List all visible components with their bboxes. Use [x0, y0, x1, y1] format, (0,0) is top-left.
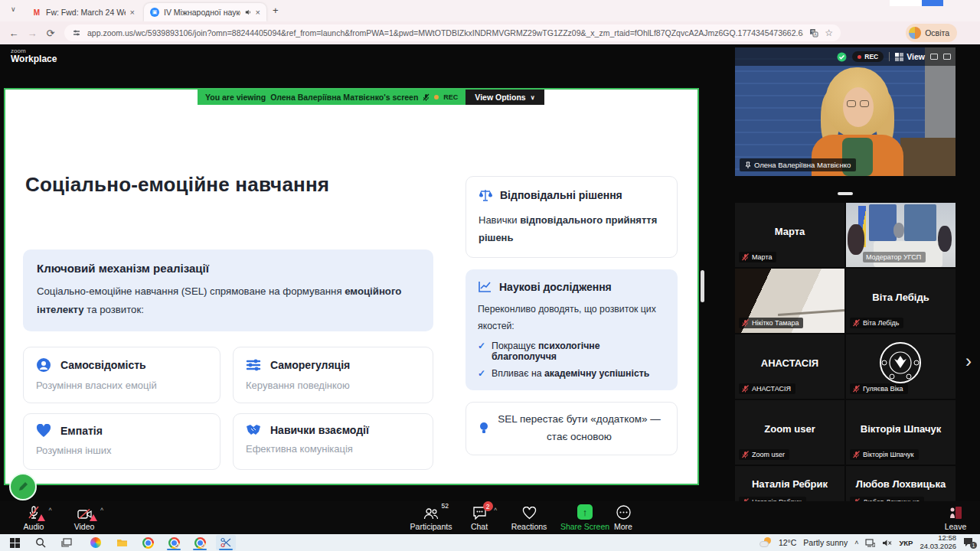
participants-count: 52: [442, 502, 449, 510]
start-button[interactable]: [5, 535, 24, 550]
gmail-icon: M: [32, 8, 41, 17]
chrome-icon: [194, 537, 206, 549]
view-button[interactable]: View: [895, 52, 925, 61]
bookmark-star-icon[interactable]: ☆: [825, 28, 833, 38]
network-icon[interactable]: [865, 539, 875, 547]
chat-badge: 2: [483, 501, 493, 511]
forward-icon[interactable]: →: [23, 28, 41, 39]
reactions-button[interactable]: Reactions: [507, 504, 551, 531]
security-shield-icon[interactable]: [837, 52, 847, 62]
check-icon: ✓: [478, 341, 485, 351]
profile-avatar: [173, 542, 179, 548]
copilot-button[interactable]: [86, 535, 106, 550]
more-icon: [616, 505, 631, 520]
participant-tile[interactable]: Гуляєва Віка: [846, 334, 956, 399]
video-options-chevron[interactable]: ˄: [100, 506, 104, 513]
tab-search-icon[interactable]: ∨: [11, 5, 16, 13]
zoom-tab-icon: ▣: [150, 8, 159, 17]
site-settings-icon[interactable]: [72, 28, 81, 37]
card-empathy: Емпатія Розуміння інших: [23, 413, 220, 470]
participant-tile[interactable]: Марта Марта: [735, 203, 844, 267]
participant-label: Модератор УГСП: [863, 252, 926, 262]
participant-label: Вікторія Шпачук: [850, 449, 919, 460]
video-warning-icon: [90, 514, 97, 521]
annotate-button[interactable]: [9, 473, 37, 500]
profile-chip[interactable]: Освіта: [906, 24, 957, 42]
close-tab-icon[interactable]: ×: [256, 8, 260, 17]
snipping-tool-button[interactable]: [216, 535, 236, 550]
chrome-window-1[interactable]: [164, 535, 184, 550]
video-button[interactable]: ˄ Video: [63, 504, 106, 531]
more-button[interactable]: More: [606, 504, 640, 531]
speaker-face: [843, 87, 874, 127]
notifications-button[interactable]: 1: [963, 537, 975, 548]
pencil-icon: [17, 481, 29, 493]
chrome-window-2[interactable]: [190, 535, 210, 550]
lightbulb-icon: [479, 422, 489, 435]
chrome-icon: [168, 537, 180, 549]
audio-label: Audio: [24, 522, 44, 531]
search-button[interactable]: [31, 535, 51, 550]
audio-button[interactable]: ˄ Audio: [12, 504, 55, 531]
participant-tile[interactable]: Нікітко Тамара: [735, 269, 844, 333]
participant-tile[interactable]: Віта Лебідь Віта Лебідь: [846, 269, 956, 333]
tab-gmail[interactable]: M Fw: Fwd: March 24 Webinar wit ×: [26, 3, 141, 21]
scrollbar-thumb[interactable]: [701, 270, 704, 302]
windows-taskbar: 12°C Partly sunny ˄ УКР 12:58 24.03.2026…: [0, 534, 980, 551]
chat-options-chevron[interactable]: ˄: [494, 506, 498, 513]
participant-tile[interactable]: Наталія Ребрик Наталія Ребрик: [735, 466, 844, 501]
language-indicator[interactable]: УКР: [899, 539, 913, 547]
participant-tile[interactable]: Любов Лохвицька Любов Лохвицька: [846, 466, 956, 501]
active-indicator: [219, 549, 233, 550]
card-desc: Розуміння інших: [36, 445, 207, 456]
participants-button[interactable]: 52 Participants: [404, 504, 458, 531]
card-title: Саморегуляція: [270, 359, 350, 371]
profile-avatar: [199, 542, 205, 548]
new-tab-button[interactable]: +: [273, 5, 279, 16]
tray-expand-chevron[interactable]: ˄: [854, 539, 858, 546]
leave-label: Leave: [945, 522, 967, 531]
minimize-panel-icon[interactable]: [930, 54, 938, 60]
participant-tile[interactable]: Zoom user Zoom user: [735, 400, 844, 465]
file-explorer-button[interactable]: [112, 535, 132, 550]
video-label: Video: [74, 522, 95, 531]
card-title: Емпатія: [60, 425, 103, 437]
back-icon[interactable]: ←: [5, 28, 23, 39]
task-view-button[interactable]: [57, 535, 77, 550]
participant-tile[interactable]: Модератор УГСП: [846, 203, 956, 267]
viewing-banner: You are viewing Олена Валеріївна Матвієн…: [198, 90, 544, 105]
viewing-prefix: You are viewing: [205, 93, 266, 102]
chrome-button[interactable]: [138, 535, 158, 550]
conference-banner: [904, 204, 936, 241]
participant-tile[interactable]: Вікторія Шпачук Вікторія Шпачук: [846, 400, 956, 465]
panel-drag-handle[interactable]: [838, 192, 853, 195]
url-field[interactable]: app.zoom.us/wc/5939893106/join?omn=88244…: [64, 24, 841, 41]
participant-tile[interactable]: АНАСТАСІЯ АНАСТАСІЯ: [735, 334, 844, 399]
speaker-video[interactable]: REC View Олена Валеріївна Матвієнко: [735, 47, 956, 176]
share-screen-label: Share Screen: [560, 522, 609, 531]
next-participants-button[interactable]: ›: [960, 346, 977, 377]
leave-button[interactable]: Leave: [939, 504, 972, 531]
temperature[interactable]: 12°C: [779, 538, 796, 547]
popout-panel-icon[interactable]: [943, 54, 951, 60]
card-desc: Ефективна комунікація: [246, 443, 420, 455]
audio-options-chevron[interactable]: ˄: [48, 506, 52, 513]
close-tab-icon[interactable]: ×: [130, 8, 135, 17]
view-options-button[interactable]: View Options ∨: [466, 90, 544, 105]
reload-icon[interactable]: ⟳: [41, 28, 60, 39]
tab-audio-icon[interactable]: [245, 8, 251, 16]
weather-text[interactable]: Partly sunny: [803, 538, 848, 547]
active-indicator: [167, 549, 181, 550]
volume-muted-icon[interactable]: [882, 539, 892, 547]
profile-avatar: [909, 27, 921, 39]
participant-label: Віта Лебідь: [850, 318, 903, 328]
key-box-heading: Ключовий механізм реалізації: [37, 262, 420, 275]
chat-button[interactable]: 2 ˄ Chat: [462, 504, 496, 531]
translate-icon[interactable]: 文A: [809, 28, 818, 37]
rec-dot: [858, 55, 861, 59]
clock[interactable]: 12:58 24.03.2026: [920, 534, 956, 551]
participants-label: Participants: [410, 522, 452, 531]
tab-zoom-meeting[interactable]: ▣ IV Міжнародної науково-п ×: [144, 3, 266, 21]
windows-icon: [10, 538, 20, 548]
key-box-body: Соціально-емоційне навчання (SEL) спрямо…: [37, 282, 420, 320]
